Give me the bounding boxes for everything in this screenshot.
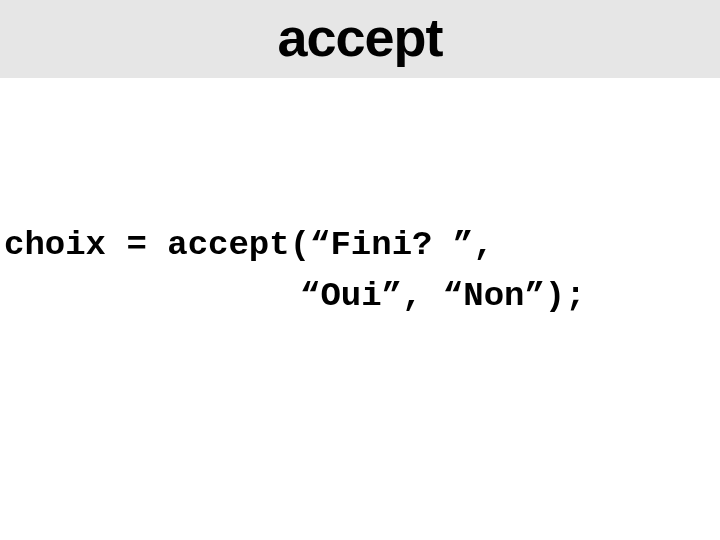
code-line-1: choix = accept(“Fini? ”, (0, 220, 720, 271)
code-line-2: “Oui”, “Non”); (0, 271, 720, 322)
page-title: accept (0, 6, 720, 68)
title-bar: accept (0, 0, 720, 78)
code-block: choix = accept(“Fini? ”, “Oui”, “Non”); (0, 220, 720, 322)
